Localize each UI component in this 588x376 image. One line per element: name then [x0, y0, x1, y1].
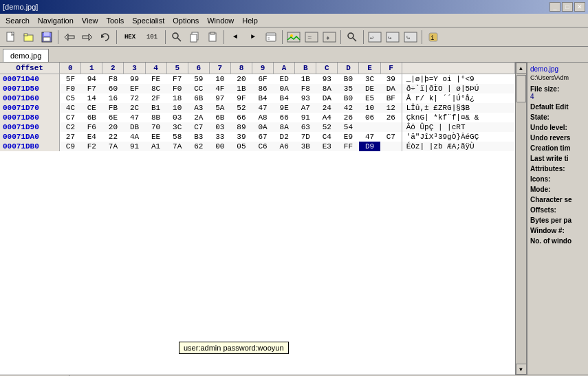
- hex-cell[interactable]: 1B: [295, 74, 316, 85]
- hex-cell[interactable]: 67: [252, 132, 274, 142]
- hex-cell[interactable]: 6F: [252, 74, 274, 85]
- hex-cell[interactable]: E9: [338, 132, 359, 142]
- hex-cell[interactable]: 1B: [230, 84, 252, 93]
- hex-cell[interactable]: 66: [274, 113, 295, 122]
- scroll-up-arrow[interactable]: ▲: [516, 63, 527, 74]
- hex-cell[interactable]: 16: [102, 93, 124, 103]
- hex-cell[interactable]: 10: [359, 103, 380, 113]
- hex-cell[interactable]: E3: [316, 142, 338, 151]
- menu-window[interactable]: Window: [203, 15, 238, 26]
- hex-cell[interactable]: F6: [81, 122, 102, 132]
- toolbar-img1[interactable]: [285, 30, 302, 45]
- toolbar-extra[interactable]: i: [425, 30, 442, 45]
- tab-demo-jpg[interactable]: demo.jpg: [3, 49, 49, 62]
- hex-cell[interactable]: F8: [295, 84, 316, 93]
- hex-cell[interactable]: 39: [380, 74, 402, 85]
- hex-scrollbar[interactable]: ▲ ▼: [515, 63, 526, 375]
- hex-cell[interactable]: 4C: [60, 103, 81, 113]
- hex-cell[interactable]: C9: [60, 142, 81, 151]
- hex-cell[interactable]: D2: [274, 132, 295, 142]
- toolbar-refresh[interactable]: [97, 30, 113, 45]
- menu-navigation[interactable]: Navigation: [34, 15, 78, 26]
- toolbar-redo[interactable]: ↪: [384, 30, 401, 45]
- hex-cell[interactable]: C7: [188, 122, 209, 132]
- maximize-button[interactable]: □: [562, 2, 573, 12]
- hex-cell[interactable]: 89: [230, 122, 252, 132]
- hex-cell[interactable]: 72: [124, 93, 145, 103]
- toolbar-copy[interactable]: [186, 30, 203, 45]
- menu-view[interactable]: View: [78, 15, 102, 26]
- hex-cell[interactable]: 05: [230, 142, 252, 151]
- hex-cell[interactable]: FB: [102, 103, 124, 113]
- hex-cell[interactable]: B0: [338, 93, 359, 103]
- hex-cell[interactable]: 20: [230, 74, 252, 85]
- hex-cell[interactable]: C2: [60, 122, 81, 132]
- hex-cell[interactable]: 39: [230, 132, 252, 142]
- hex-cell[interactable]: EE: [145, 132, 166, 142]
- hex-cell[interactable]: 4A: [124, 132, 145, 142]
- scroll-thumb[interactable]: [516, 75, 526, 102]
- hex-cell[interactable]: 91: [295, 113, 316, 122]
- close-button[interactable]: ✕: [574, 2, 585, 12]
- hex-cell[interactable]: A7: [295, 103, 316, 113]
- hex-cell[interactable]: 2F: [145, 93, 166, 103]
- hex-cell[interactable]: 10: [166, 103, 188, 113]
- hex-cell[interactable]: 54: [338, 122, 359, 132]
- hex-cell[interactable]: A1: [145, 142, 166, 151]
- hex-cell[interactable]: DA: [316, 93, 338, 103]
- hex-cell[interactable]: 8C: [145, 84, 166, 93]
- hex-cell[interactable]: 03: [166, 113, 188, 122]
- hex-cell[interactable]: B4: [274, 93, 295, 103]
- menu-tools[interactable]: Tools: [102, 15, 129, 26]
- hex-cell[interactable]: 6B: [81, 113, 102, 122]
- hex-cell[interactable]: CE: [81, 103, 102, 113]
- hex-cell[interactable]: 47: [359, 132, 380, 142]
- toolbar-new[interactable]: [3, 30, 19, 45]
- toolbar-open[interactable]: [21, 30, 37, 45]
- hex-cell[interactable]: 12: [380, 103, 402, 113]
- hex-cell[interactable]: B0: [338, 74, 359, 85]
- hex-cell[interactable]: D9: [359, 142, 380, 151]
- toolbar-paste[interactable]: [204, 30, 221, 45]
- toolbar-left[interactable]: ◄: [227, 30, 243, 45]
- hex-cell[interactable]: 3C: [359, 74, 380, 85]
- hex-cell[interactable]: 47: [124, 113, 145, 122]
- toolbar-forward[interactable]: [79, 30, 96, 45]
- hex-cell[interactable]: 3C: [166, 122, 188, 132]
- hex-cell[interactable]: 86: [252, 84, 274, 93]
- hex-cell[interactable]: BF: [380, 93, 402, 103]
- menu-search[interactable]: Search: [1, 15, 34, 26]
- hex-cell[interactable]: C7: [60, 113, 81, 122]
- toolbar-save[interactable]: [39, 30, 55, 45]
- hex-cell[interactable]: C4: [316, 132, 338, 142]
- hex-cell[interactable]: DB: [124, 122, 145, 132]
- menu-help[interactable]: Help: [238, 15, 262, 26]
- hex-cell[interactable]: 93: [295, 93, 316, 103]
- hex-cell[interactable]: 52: [230, 103, 252, 113]
- hex-cell[interactable]: 94: [81, 74, 102, 85]
- hex-cell[interactable]: 8B: [145, 113, 166, 122]
- hex-cell[interactable]: DA: [380, 84, 402, 93]
- hex-cell[interactable]: A3: [188, 103, 209, 113]
- hex-cell[interactable]: 2A: [188, 113, 209, 122]
- toolbar-find[interactable]: [168, 30, 185, 45]
- hex-cell[interactable]: 7A: [166, 142, 188, 151]
- hex-cell[interactable]: 06: [359, 113, 380, 122]
- hex-cell[interactable]: 18: [166, 93, 188, 103]
- hex-cell[interactable]: 6B: [188, 93, 209, 103]
- hex-cell[interactable]: FF: [338, 142, 359, 151]
- toolbar-settings[interactable]: ≡: [263, 30, 279, 45]
- scroll-down-arrow[interactable]: ▼: [516, 364, 527, 375]
- hex-cell[interactable]: 66: [230, 113, 252, 122]
- toolbar-img3[interactable]: ♦: [321, 30, 338, 45]
- hex-cell[interactable]: FE: [145, 74, 166, 85]
- hex-cell[interactable]: 2C: [124, 103, 145, 113]
- hex-scroll-area[interactable]: Offset 0 1 2 3 4 5 6 7 8 9 A B: [0, 63, 515, 375]
- hex-cell[interactable]: 35: [338, 84, 359, 93]
- hex-cell[interactable]: 99: [124, 74, 145, 85]
- hex-cell[interactable]: ED: [274, 74, 295, 85]
- hex-cell[interactable]: 5A: [209, 103, 230, 113]
- hex-cell[interactable]: F7: [81, 84, 102, 93]
- hex-cell[interactable]: F2: [81, 142, 102, 151]
- hex-cell[interactable]: 6E: [102, 113, 124, 122]
